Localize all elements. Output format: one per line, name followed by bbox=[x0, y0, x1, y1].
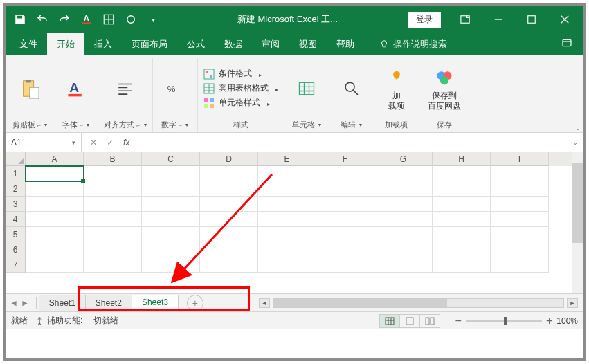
redo-icon[interactable] bbox=[55, 10, 73, 28]
number-button[interactable]: % bbox=[158, 75, 192, 102]
cell[interactable] bbox=[374, 197, 433, 212]
col-header[interactable]: H bbox=[433, 152, 491, 166]
name-box[interactable]: A1▾ bbox=[6, 133, 82, 152]
cell[interactable] bbox=[258, 197, 316, 212]
conditional-format-button[interactable]: 条件格式 bbox=[203, 68, 278, 80]
row-header[interactable]: 2 bbox=[6, 181, 26, 197]
cell[interactable] bbox=[26, 242, 84, 257]
cell[interactable] bbox=[433, 181, 491, 197]
cell[interactable] bbox=[200, 197, 258, 212]
col-header[interactable]: C bbox=[142, 152, 200, 166]
cell[interactable] bbox=[84, 242, 142, 257]
cell[interactable] bbox=[84, 181, 142, 197]
cell[interactable] bbox=[316, 181, 374, 197]
cell[interactable] bbox=[26, 166, 84, 181]
accessibility-status[interactable]: 辅助功能: 一切就绪 bbox=[35, 315, 118, 327]
cell[interactable] bbox=[433, 212, 491, 227]
cell[interactable] bbox=[433, 166, 491, 181]
cell[interactable] bbox=[142, 212, 200, 227]
fx-icon[interactable]: fx bbox=[123, 138, 129, 147]
cell[interactable] bbox=[142, 181, 200, 197]
new-sheet-button[interactable]: + bbox=[187, 295, 203, 311]
cell-style-button[interactable]: 单元格样式 bbox=[203, 97, 278, 109]
edit-button[interactable] bbox=[335, 75, 368, 102]
col-header[interactable]: F bbox=[316, 152, 374, 166]
row-header[interactable]: 7 bbox=[6, 257, 26, 273]
cell[interactable] bbox=[200, 212, 258, 227]
ribbon-display-icon[interactable] bbox=[449, 6, 481, 33]
cell[interactable] bbox=[316, 242, 374, 257]
cell[interactable] bbox=[491, 257, 549, 273]
table-format-button[interactable]: 套用表格格式 bbox=[203, 82, 278, 94]
cell[interactable] bbox=[433, 227, 491, 242]
cell[interactable] bbox=[374, 212, 433, 227]
addin-button[interactable]: 加 载项 bbox=[380, 63, 413, 113]
cell[interactable] bbox=[258, 166, 316, 181]
cell[interactable] bbox=[374, 257, 433, 273]
paste-button[interactable] bbox=[13, 75, 46, 102]
page-layout-view-icon[interactable] bbox=[399, 314, 420, 328]
col-header[interactable]: A bbox=[26, 152, 84, 166]
cell[interactable] bbox=[433, 242, 491, 257]
col-header[interactable]: G bbox=[374, 152, 433, 166]
zoom-out-icon[interactable]: − bbox=[455, 315, 462, 327]
row-header[interactable]: 3 bbox=[6, 197, 26, 212]
cell[interactable] bbox=[142, 227, 200, 242]
zoom-slider[interactable] bbox=[466, 320, 542, 322]
col-header[interactable]: I bbox=[491, 152, 549, 166]
cells-button[interactable] bbox=[290, 75, 323, 102]
font-button[interactable]: A bbox=[59, 75, 92, 102]
cell[interactable] bbox=[316, 197, 374, 212]
tab-data[interactable]: 数据 bbox=[215, 33, 252, 55]
sheet-next-icon[interactable]: ► bbox=[21, 298, 29, 308]
tab-review[interactable]: 审阅 bbox=[252, 33, 289, 55]
row-header[interactable]: 4 bbox=[6, 212, 26, 227]
cell[interactable] bbox=[84, 166, 142, 181]
cell[interactable] bbox=[200, 242, 258, 257]
qat-more-icon[interactable]: ▾ bbox=[144, 10, 162, 28]
cell[interactable] bbox=[433, 197, 491, 212]
cell[interactable] bbox=[316, 257, 374, 273]
cell[interactable] bbox=[491, 197, 549, 212]
col-header[interactable]: E bbox=[258, 152, 316, 166]
cell[interactable] bbox=[491, 227, 549, 242]
cell[interactable] bbox=[84, 212, 142, 227]
row-header[interactable]: 6 bbox=[6, 242, 26, 257]
cell[interactable] bbox=[258, 181, 316, 197]
save-cloud-button[interactable]: 保存到 百度网盘 bbox=[425, 63, 464, 113]
cell[interactable] bbox=[26, 181, 84, 197]
row-header[interactable]: 1 bbox=[6, 166, 26, 181]
tab-file[interactable]: 文件 bbox=[10, 33, 47, 55]
enter-fx-icon[interactable]: ✓ bbox=[107, 138, 114, 147]
close-icon[interactable] bbox=[549, 6, 581, 33]
cell[interactable] bbox=[142, 197, 200, 212]
cell[interactable] bbox=[26, 257, 84, 273]
horizontal-scrollbar[interactable]: ◄ ► bbox=[253, 298, 583, 308]
cell[interactable] bbox=[200, 227, 258, 242]
undo-icon[interactable] bbox=[33, 10, 51, 28]
align-button[interactable] bbox=[109, 75, 142, 102]
cell[interactable] bbox=[142, 242, 200, 257]
cell[interactable] bbox=[200, 257, 258, 273]
tell-me-search[interactable]: 操作说明搜索 bbox=[372, 33, 454, 55]
cell[interactable] bbox=[200, 181, 258, 197]
col-header[interactable]: B bbox=[84, 152, 142, 166]
cell[interactable] bbox=[491, 166, 549, 181]
cell[interactable] bbox=[26, 212, 84, 227]
login-button[interactable]: 登录 bbox=[408, 12, 441, 28]
vertical-scrollbar[interactable] bbox=[572, 152, 583, 311]
cell[interactable] bbox=[374, 227, 433, 242]
cell[interactable] bbox=[258, 227, 316, 242]
tab-home[interactable]: 开始 bbox=[47, 33, 84, 55]
cell[interactable] bbox=[316, 166, 374, 181]
sheet-tab[interactable]: Sheet1 bbox=[39, 295, 86, 311]
cell[interactable] bbox=[316, 212, 374, 227]
col-header[interactable]: D bbox=[200, 152, 258, 166]
select-all-corner[interactable] bbox=[6, 152, 26, 166]
cell[interactable] bbox=[491, 181, 549, 197]
cell[interactable] bbox=[374, 166, 433, 181]
collapse-ribbon-icon[interactable]: ˆ bbox=[577, 129, 579, 136]
touch-mode-icon[interactable] bbox=[122, 10, 140, 28]
row-header[interactable]: 5 bbox=[6, 227, 26, 242]
cell[interactable] bbox=[84, 257, 142, 273]
